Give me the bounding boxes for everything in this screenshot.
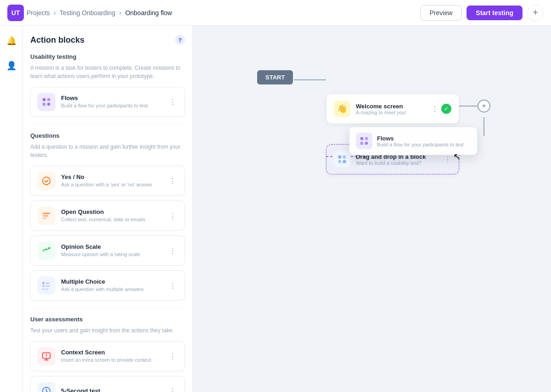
block-item-context-screen[interactable]: Context Screen Insert an extra screen to… [30, 341, 185, 371]
svg-rect-26 [338, 160, 341, 163]
ghost-text: Flows Build a flow for your participants… [377, 135, 464, 147]
svg-rect-7 [43, 218, 47, 219]
context-screen-text: Context Screen Insert an extra screen to… [61, 349, 162, 364]
svg-rect-0 [43, 98, 45, 101]
ghost-icon [356, 133, 372, 149]
flows-text: Flows Build a flow for your participants… [61, 95, 162, 109]
opinion-scale-menu[interactable]: ⋮ [167, 245, 178, 257]
top-navigation: UT Projects › Testing Onboarding › Onboa… [0, 0, 551, 26]
flow-canvas[interactable]: START 👋 Welcome screen A-mazing to meet … [193, 26, 551, 392]
svg-point-3 [47, 103, 50, 106]
open-question-desc: Collect text, numerical, date or emails [61, 216, 162, 223]
welcome-sub: A-mazing to meet you! [356, 110, 406, 115]
welcome-check: ✓ [441, 104, 451, 114]
section-desc-questions: Add a question to a mission and gain fur… [30, 143, 185, 159]
context-screen-name: Context Screen [61, 349, 162, 356]
svg-rect-5 [43, 213, 51, 214]
svg-rect-25 [343, 156, 346, 158]
block-item-multiple-choice[interactable]: Multiple Choice Ask a question with mult… [30, 270, 185, 301]
welcome-text: Welcome screen A-mazing to meet you! [356, 103, 406, 115]
breadcrumb-area: UT Projects › Testing Onboarding › Onboa… [7, 5, 172, 21]
flows-icon [37, 93, 56, 111]
breadcrumb-projects[interactable]: Projects [27, 9, 50, 17]
open-question-menu[interactable]: ⋮ [167, 210, 178, 222]
block-item-flows[interactable]: Flows Build a flow for your participants… [30, 87, 185, 117]
welcome-menu[interactable]: ⋮ [431, 105, 439, 113]
svg-rect-6 [43, 215, 49, 217]
drag-drop-sub: Want to build a usability test? [356, 160, 426, 166]
open-question-text: Open Question Collect text, numerical, d… [61, 208, 162, 223]
opinion-scale-icon [37, 241, 56, 260]
left-icon-bar: 🔔 👤 [0, 26, 23, 392]
multiple-choice-text: Multiple Choice Ask a question with mult… [61, 278, 162, 293]
section-desc-usability: A mission is a task for testers to compl… [30, 64, 185, 80]
5second-icon [37, 382, 56, 392]
cursor-icon: ↖ [453, 151, 464, 162]
5second-name: 5-Second test [61, 387, 162, 392]
block-item-opinion-scale[interactable]: Opinion Scale Measure opinion with a rat… [30, 235, 185, 266]
drag-drop-menu[interactable]: ⋮ [444, 155, 451, 164]
top-actions: Preview Start testing + [420, 5, 544, 21]
svg-rect-13 [43, 288, 45, 290]
add-button[interactable]: + [527, 5, 544, 21]
yes-no-text: Yes / No Ask a question with a 'yes' or … [61, 174, 162, 188]
multiple-choice-menu[interactable]: ⋮ [167, 280, 178, 292]
ghost-desc: Build a flow for your participants to te… [377, 142, 464, 147]
breadcrumb-sep-2: › [119, 9, 121, 17]
drag-ghost: Flows Build a flow for your participants… [349, 127, 478, 155]
section-desc-assessments: Test your users and gain insight from th… [30, 326, 185, 335]
user-icon[interactable]: 👤 [4, 58, 19, 73]
main-layout: 🔔 👤 Action blocks ? Usability testing A … [0, 26, 551, 392]
start-testing-button[interactable]: Start testing [467, 6, 523, 20]
welcome-icon: 👋 [334, 101, 350, 117]
app-logo: UT [7, 5, 24, 21]
svg-rect-28 [360, 137, 363, 140]
svg-rect-27 [343, 160, 346, 163]
block-item-open-question[interactable]: Open Question Collect text, numerical, d… [30, 201, 185, 231]
bell-icon[interactable]: 🔔 [4, 33, 19, 49]
block-item-yes-no[interactable]: Yes / No Ask a question with a 'yes' or … [30, 166, 185, 196]
drag-drop-actions: ⋮ [444, 155, 451, 164]
breadcrumb-testing[interactable]: Testing Onboarding [60, 9, 115, 17]
context-screen-menu[interactable]: ⋮ [167, 350, 178, 363]
svg-point-4 [43, 177, 51, 185]
help-icon[interactable]: ? [175, 35, 185, 45]
svg-rect-12 [43, 285, 45, 287]
sidebar-header: Action blocks ? [30, 35, 185, 45]
drag-drop-icon [334, 151, 350, 168]
ghost-name: Flows [377, 135, 464, 142]
opinion-scale-name: Opinion Scale [61, 243, 162, 250]
breadcrumb-flow[interactable]: Onboarding flow [125, 9, 172, 17]
breadcrumb-sep-1: › [54, 9, 56, 17]
svg-rect-24 [338, 156, 341, 158]
open-question-name: Open Question [61, 208, 162, 215]
block-item-5second[interactable]: 5-Second test ⋮ [30, 376, 185, 392]
multiple-choice-desc: Ask a question with multiple answers [61, 286, 162, 293]
yes-no-menu[interactable]: ⋮ [167, 175, 178, 187]
svg-rect-2 [43, 103, 45, 106]
yes-no-desc: Ask a question with a 'yes' or 'no' answ… [61, 181, 162, 188]
sidebar-title: Action blocks [30, 35, 84, 45]
node-welcome[interactable]: 👋 Welcome screen A-mazing to meet you! ⋮… [326, 94, 459, 124]
svg-rect-1 [47, 98, 50, 101]
section-label-assessments: User assessments [30, 316, 185, 323]
section-label-usability: Usability testing [30, 53, 185, 60]
multiple-choice-name: Multiple Choice [61, 278, 162, 285]
connector-svg [193, 26, 551, 392]
yes-no-name: Yes / No [61, 174, 162, 180]
plus-connector[interactable]: + [478, 100, 490, 112]
svg-rect-14 [45, 283, 50, 284]
welcome-title: Welcome screen [356, 103, 406, 110]
svg-rect-11 [43, 282, 45, 284]
5second-text: 5-Second test [61, 387, 162, 392]
flows-name: Flows [61, 95, 162, 101]
5second-menu[interactable]: ⋮ [167, 385, 178, 392]
start-node[interactable]: START [257, 70, 293, 84]
flows-menu[interactable]: ⋮ [167, 96, 178, 108]
context-screen-icon [37, 347, 56, 365]
flows-desc: Build a flow for your participants to te… [61, 102, 162, 109]
opinion-scale-text: Opinion Scale Measure opinion with a rat… [61, 243, 162, 258]
opinion-scale-desc: Measure opinion with a rating scale [61, 251, 162, 258]
preview-button[interactable]: Preview [420, 5, 462, 21]
context-screen-desc: Insert an extra screen to provide contex… [61, 357, 162, 364]
